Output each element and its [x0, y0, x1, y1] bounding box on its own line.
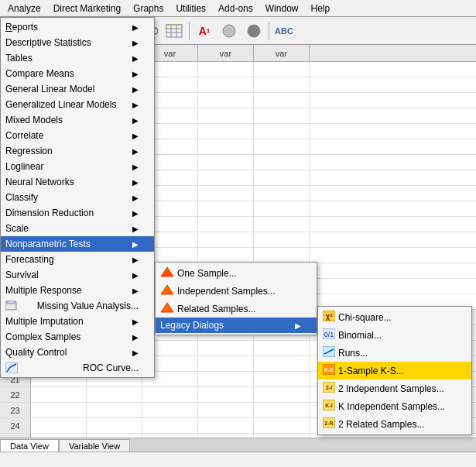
menu-addons[interactable]: Add-ons	[212, 2, 259, 15]
toolbar-abc-btn[interactable]: ABC	[272, 20, 296, 42]
table-cell[interactable]	[254, 418, 310, 433]
toolbar-circle2-btn[interactable]	[242, 20, 265, 42]
table-cell[interactable]	[198, 341, 254, 355]
tab-variable-view[interactable]: Variable View	[59, 439, 130, 452]
table-cell[interactable]	[254, 387, 310, 402]
menu-utilities[interactable]: Utilities	[170, 2, 212, 15]
menu-direct-marketing[interactable]: Direct Marketing	[47, 2, 127, 15]
1sample-ks-icon: K-S	[323, 364, 335, 377]
table-cell[interactable]	[254, 356, 310, 371]
table-cell[interactable]	[198, 186, 254, 201]
menu-item-quality-control[interactable]: Quality Control ▶	[1, 345, 154, 360]
menu-item-glm[interactable]: General Linear Model ▶	[1, 81, 154, 97]
table-cell[interactable]	[198, 217, 254, 232]
table-cell[interactable]	[198, 124, 254, 139]
menu-item-reports[interactable]: Reports ▶	[1, 19, 154, 35]
2related-samples-icon: 2-R	[323, 417, 335, 431]
menu-item-roc-curve[interactable]: ROC Curve...	[1, 360, 154, 376]
table-cell[interactable]	[254, 403, 310, 417]
table-cell[interactable]	[254, 155, 310, 170]
table-cell[interactable]	[198, 372, 254, 386]
table-cell[interactable]	[254, 77, 310, 92]
table-cell[interactable]	[254, 372, 310, 386]
table-cell[interactable]	[198, 155, 254, 170]
table-cell[interactable]	[254, 201, 310, 216]
table-cell[interactable]	[198, 356, 254, 371]
table-cell[interactable]	[87, 418, 142, 433]
menu-item-chi-square[interactable]: χ² Chi-square...	[318, 308, 471, 326]
menu-item-nonparametric[interactable]: Nonparametric Tests ▶	[1, 236, 154, 252]
table-cell[interactable]	[198, 201, 254, 216]
menu-item-one-sample[interactable]: One Sample...	[156, 264, 317, 282]
table-cell[interactable]	[198, 108, 254, 123]
toolbar-circle1-btn[interactable]	[217, 20, 241, 42]
menu-item-independent-samples[interactable]: Independent Samples...	[156, 282, 317, 300]
table-cell[interactable]	[254, 124, 310, 139]
table-cell[interactable]	[31, 418, 87, 433]
table-cell[interactable]	[254, 248, 310, 263]
menu-item-dim-reduction[interactable]: Dimension Reduction ▶	[1, 205, 154, 221]
menu-analyze[interactable]: Analyze	[2, 2, 47, 15]
menu-item-survival[interactable]: Survival ▶	[1, 267, 154, 283]
menu-item-regression[interactable]: Regression ▶	[1, 143, 154, 159]
menu-item-legacy-dialogs[interactable]: Legacy Dialogs ▶	[156, 318, 317, 333]
menu-item-kindependent-samples[interactable]: K-I K Independent Samples...	[318, 397, 471, 415]
menu-help[interactable]: Help	[304, 2, 336, 15]
menu-graphs[interactable]: Graphs	[127, 2, 170, 15]
table-cell[interactable]	[198, 403, 254, 417]
menu-item-missing-value[interactable]: Missing Value Analysis...	[1, 298, 154, 314]
table-cell[interactable]	[254, 93, 310, 108]
menu-item-complex-samples[interactable]: Complex Samples ▶	[1, 329, 154, 345]
table-cell[interactable]	[87, 403, 142, 417]
menu-item-2independent-samples[interactable]: 2-I 2 Independent Samples...	[318, 379, 471, 397]
table-cell[interactable]	[142, 403, 198, 417]
menu-item-genlinmodels[interactable]: Generalized Linear Models ▶	[1, 97, 154, 112]
table-cell[interactable]	[87, 387, 142, 402]
menu-item-correlate[interactable]: Correlate ▶	[1, 128, 154, 143]
menu-item-descriptive[interactable]: Descriptive Statistics ▶	[1, 35, 154, 50]
table-cell[interactable]	[198, 418, 254, 433]
table-cell[interactable]	[142, 387, 198, 402]
table-cell[interactable]	[198, 139, 254, 154]
menu-window[interactable]: Window	[259, 2, 305, 15]
menu-item-multiple-response[interactable]: Multiple Response ▶	[1, 283, 154, 298]
table-cell[interactable]	[142, 418, 198, 433]
menu-item-compare-means[interactable]: Compare Means ▶	[1, 66, 154, 81]
table-cell[interactable]	[254, 217, 310, 232]
menu-item-mixed-models[interactable]: Mixed Models ▶	[1, 112, 154, 128]
table-cell[interactable]	[254, 170, 310, 185]
menu-item-related-samples[interactable]: Related Samples...	[156, 300, 317, 318]
menu-item-neural-networks[interactable]: Neural Networks ▶	[1, 174, 154, 190]
table-cell[interactable]	[198, 93, 254, 108]
table-cell[interactable]	[254, 139, 310, 154]
menu-item-2related-samples[interactable]: 2-R 2 Related Samples...	[318, 415, 471, 433]
table-cell[interactable]	[198, 62, 254, 77]
table-cell[interactable]	[31, 387, 87, 402]
table-cell[interactable]	[198, 232, 254, 247]
menu-item-forecasting[interactable]: Forecasting ▶	[1, 252, 154, 267]
table-cell[interactable]	[31, 403, 87, 417]
toolbar-a1-btn[interactable]: A1	[193, 20, 216, 42]
menu-item-1sample-ks[interactable]: K-S 1-Sample K-S...	[318, 362, 471, 379]
runs-label: Runs...	[338, 348, 368, 359]
menu-item-runs[interactable]: Runs...	[318, 344, 471, 362]
table-cell[interactable]	[254, 232, 310, 247]
table-cell[interactable]	[254, 62, 310, 77]
table-cell[interactable]	[198, 387, 254, 402]
table-cell[interactable]	[198, 77, 254, 92]
table-cell[interactable]	[254, 108, 310, 123]
table-cell[interactable]	[198, 170, 254, 185]
menu-item-scale[interactable]: Scale ▶	[1, 221, 154, 236]
tab-data-view[interactable]: Data View	[0, 439, 59, 452]
table-cell[interactable]	[254, 186, 310, 201]
table-cell[interactable]	[198, 248, 254, 263]
menu-item-classify[interactable]: Classify ▶	[1, 190, 154, 205]
menu-item-loglinear[interactable]: Loglinear ▶	[1, 159, 154, 174]
menu-item-tables[interactable]: Tables ▶	[1, 50, 154, 66]
menu-item-tables-label: Tables	[5, 53, 33, 64]
quality-control-arrow: ▶	[132, 349, 139, 357]
table-cell[interactable]	[254, 341, 310, 355]
toolbar-data-btn[interactable]	[163, 20, 186, 42]
menu-item-binomial[interactable]: 0/1 Binomial...	[318, 326, 471, 344]
menu-item-multiple-imputation[interactable]: Multiple Imputation ▶	[1, 314, 154, 329]
